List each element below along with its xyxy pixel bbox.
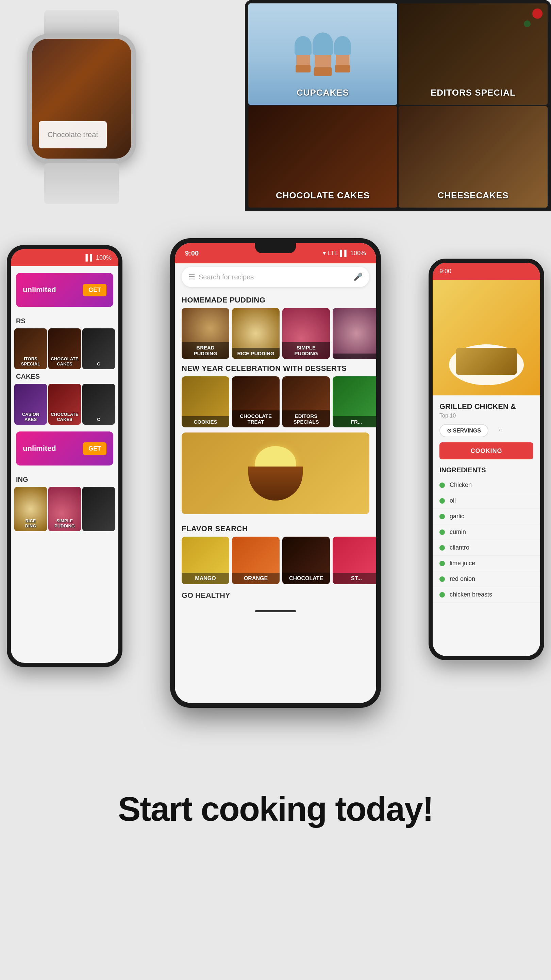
ingredient-dot-lime xyxy=(440,561,445,566)
left-cell-dark2[interactable]: C xyxy=(82,384,115,425)
phone-center-screen: 9:00 ▾ LTE ▌▌ 100% ☰ Search for recipes … xyxy=(175,243,376,703)
tab-other[interactable]: ○ xyxy=(492,424,509,437)
card-more-label xyxy=(333,353,376,359)
ingredient-chicken: Chicken xyxy=(433,477,540,493)
watch-text-box: Chocolate treat xyxy=(39,121,107,148)
ingredient-name-cumin: cumin xyxy=(449,528,466,536)
center-time: 9:00 xyxy=(185,250,198,257)
tablet-label-cupcakes: CUPCAKES xyxy=(248,88,397,98)
tablet-cell-cheesecake[interactable]: CHEESECAKES xyxy=(399,106,548,208)
card-fruit[interactable]: FR... xyxy=(333,376,376,427)
ingredient-redonion: red onion xyxy=(433,571,540,587)
ingredient-dot-cilantro xyxy=(440,545,445,550)
card-bread-pudding[interactable]: BREAD PUDDING xyxy=(182,308,229,359)
left-redcake-label: CHOCOLATECAKES xyxy=(48,412,81,422)
ingredient-cilantro: cilantro xyxy=(433,540,540,556)
card-chocolate[interactable]: CHOCOLATE xyxy=(282,537,330,584)
left-cell-editors-label: ITORSSPECIAL xyxy=(14,356,47,366)
section-flavor-title: FLAVOR SEARCH xyxy=(175,519,376,537)
left-rice-label: RICEDING xyxy=(14,518,47,528)
section-pudding-title: HOMEMADE PUDDING xyxy=(175,291,376,308)
ingredients-title: INGREDIENTS xyxy=(433,460,540,477)
left-cell-redcake[interactable]: CHOCOLATECAKES xyxy=(48,384,81,425)
left-cell-choccakes-label: CHOCOLATECAKES xyxy=(48,356,81,366)
left-promo-1[interactable]: unlimited GET xyxy=(16,273,113,307)
ingredient-name-chicken: Chicken xyxy=(449,482,472,488)
phone-left-screen: ▌▌ 100% unlimited GET RS ITORSSPECIAL CH… xyxy=(11,249,118,663)
left-cell-choccakes[interactable]: CHOCOLATECAKES xyxy=(48,328,81,369)
search-placeholder: Search for recipes xyxy=(198,273,353,281)
ingredient-dot-redonion xyxy=(440,576,445,582)
phones-section: ▌▌ 100% unlimited GET RS ITORSSPECIAL CH… xyxy=(0,224,551,769)
grilled-title: GRILLED CHICKEN & xyxy=(433,395,540,413)
go-healthy-label: GO HEALTHY xyxy=(175,584,376,607)
tablet-container: CUPCAKES EDITORS SPECIAL CHOCOLATE CAKES xyxy=(245,0,551,224)
icecream-bowl xyxy=(245,446,306,501)
tablet-cell-choccakes[interactable]: CHOCOLATE CAKES xyxy=(248,106,397,208)
card-more-pudding[interactable] xyxy=(333,308,376,359)
cooking-button[interactable]: COOKING xyxy=(440,442,533,460)
phone-center-notch xyxy=(255,243,296,253)
phone-left-body: ▌▌ 100% unlimited GET RS ITORSSPECIAL CH… xyxy=(7,245,122,667)
ingredient-dot-garlic xyxy=(440,514,445,519)
card-rice-pudding[interactable]: RICE PUDDING xyxy=(232,308,279,359)
card-choc-treat[interactable]: CHOCOLATE TREAT xyxy=(232,376,279,427)
left-get-btn-2[interactable]: GET xyxy=(83,442,106,455)
left-cell-simple[interactable]: SIMPLEPUDDING xyxy=(48,487,81,531)
ingredient-name-redonion: red onion xyxy=(449,576,475,582)
card-strawberry[interactable]: ST... xyxy=(333,537,376,584)
left-promo-text-2: unlimited xyxy=(23,444,83,453)
cooking-btn-label: COOKING xyxy=(470,447,502,455)
card-cookies[interactable]: COOKIES xyxy=(182,376,229,427)
left-simple-label: SIMPLEPUDDING xyxy=(48,518,81,528)
ingredient-garlic: garlic xyxy=(433,509,540,524)
left-status-icons: ▌▌ 100% xyxy=(86,254,111,261)
left-grid-3: RICEDING SIMPLEPUDDING xyxy=(14,487,115,531)
card-simple-pudding[interactable]: SIMPLE PUDDING xyxy=(282,308,330,359)
phone-center: 9:00 ▾ LTE ▌▌ 100% ☰ Search for recipes … xyxy=(170,238,381,708)
card-choctreat-label: CHOCOLATE TREAT xyxy=(232,410,279,427)
left-cell-occasion[interactable]: CASIONAKES xyxy=(14,384,47,425)
left-promo-2[interactable]: unlimited GET xyxy=(16,431,113,466)
card-orange[interactable]: ORANGE xyxy=(232,537,279,584)
left-section-2: ING xyxy=(11,472,118,487)
newyear-grid: COOKIES CHOCOLATE TREAT EDITORS SPECIALS… xyxy=(175,376,376,427)
card-mango[interactable]: MANGO xyxy=(182,537,229,584)
right-statusbar: 9:00 xyxy=(433,263,540,280)
tab-servings[interactable]: ⊙ SERVINGS xyxy=(440,424,488,437)
center-status-icons: ▾ LTE ▌▌ 100% xyxy=(323,250,366,257)
tablet-label-choccakes: CHOCOLATE CAKES xyxy=(248,190,397,201)
left-cell-rice[interactable]: RICEDING xyxy=(14,487,47,531)
watch-screen: Chocolate treat xyxy=(32,39,131,159)
left-cell-editors[interactable]: ITORSSPECIAL xyxy=(14,328,47,369)
watch-band-bottom xyxy=(44,163,119,204)
mic-icon[interactable]: 🎤 xyxy=(353,272,362,282)
orange-label: ORANGE xyxy=(232,573,279,584)
straw-label: ST... xyxy=(333,573,376,584)
left-cell-dark3[interactable] xyxy=(82,487,115,531)
card-editors-specials[interactable]: EDITORS SPECIALS xyxy=(282,376,330,427)
left-cell-dark1[interactable]: C xyxy=(82,328,115,369)
left-cell-dark1-label: C xyxy=(82,361,115,366)
top-section: Chocolate treat xyxy=(0,0,551,224)
ingredient-dot-chicken xyxy=(440,482,445,488)
left-occasion-label: CASIONAKES xyxy=(14,412,47,422)
top10-label: Top 10 xyxy=(433,413,540,419)
ingredient-name-lime: lime juice xyxy=(449,560,475,567)
card-bread-label: BREAD PUDDING xyxy=(182,342,229,359)
search-bar[interactable]: ☰ Search for recipes 🎤 xyxy=(182,267,369,287)
ingredient-cumin: cumin xyxy=(433,524,540,540)
right-hero-image xyxy=(433,280,540,395)
home-indicator xyxy=(255,610,296,612)
tablet-label-editors: EDITORS SPECIAL xyxy=(399,88,548,98)
ingredient-name-chickenbreasts: chicken breasts xyxy=(449,591,492,598)
ingredient-name-cilantro: cilantro xyxy=(449,544,469,551)
tablet-cell-editors[interactable]: EDITORS SPECIAL xyxy=(399,3,548,105)
tablet-grid: CUPCAKES EDITORS SPECIAL CHOCOLATE CAKES xyxy=(248,3,548,208)
card-simple-label: SIMPLE PUDDING xyxy=(282,342,330,359)
watch-text: Chocolate treat xyxy=(47,130,98,139)
tablet-cell-cupcakes[interactable]: CUPCAKES xyxy=(248,3,397,105)
card-cookies-label: COOKIES xyxy=(182,416,229,427)
left-get-btn-1[interactable]: GET xyxy=(83,284,106,296)
ingredient-name-oil: oil xyxy=(449,497,456,504)
